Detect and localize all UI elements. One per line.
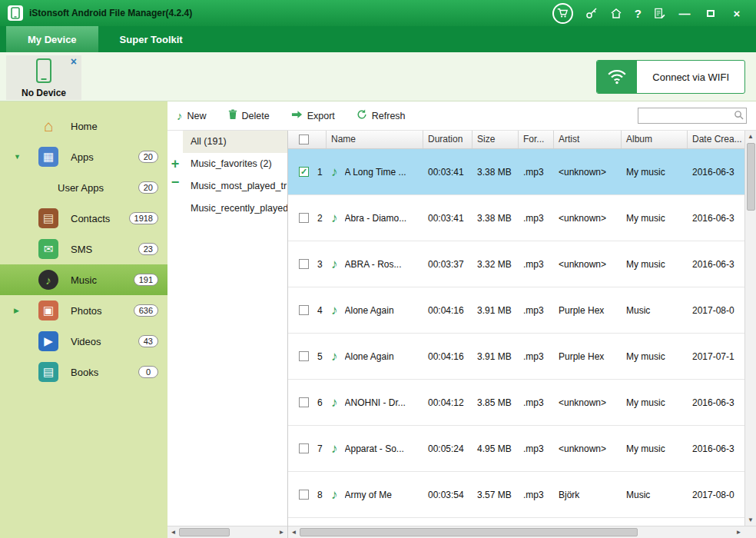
table-row[interactable]: 3 ♪ ABRA - Ros... 00:03:37 3.32 MB .mp3 … (288, 241, 744, 287)
export-button[interactable]: Export (291, 110, 335, 121)
table-row[interactable]: 7 ♪ Apparat - So... 00:05:24 4.95 MB .mp… (288, 426, 744, 472)
table-row[interactable]: 8 ♪ Army of Me 00:03:54 3.57 MB .mp3 Bjö… (288, 472, 744, 518)
sidebar-item[interactable]: ✉ SMS 23 (0, 234, 167, 264)
song-name: ANOHNI - Dr... (345, 397, 406, 408)
sidebar-item[interactable]: User Apps 20 (0, 172, 167, 203)
category-item[interactable]: Music_favorites (2) (183, 153, 287, 175)
tab[interactable]: Super Toolkit (98, 26, 204, 52)
refresh-button[interactable]: Refresh (356, 109, 406, 122)
sidebar-item[interactable]: ▶ ▣ Photos 636 (0, 295, 167, 326)
key-icon[interactable] (585, 7, 598, 19)
category-item[interactable]: Music_most_played_tr (183, 175, 287, 198)
close-button[interactable]: × (730, 7, 744, 20)
expand-arrow-icon[interactable]: ▶ (0, 307, 38, 314)
row-checkbox[interactable]: ✓ (299, 167, 309, 177)
row-checkbox[interactable] (299, 259, 309, 269)
help-icon[interactable]: ? (635, 7, 642, 20)
sidebar-item[interactable]: ▼ ▦ Apps 20 (0, 141, 167, 172)
category-horizontal-scrollbar[interactable]: ◄ ► (167, 526, 287, 538)
add-category-button[interactable]: + (171, 158, 180, 169)
sidebar-item-label: Photos (71, 305, 134, 317)
horizontal-scroll-thumb[interactable] (300, 528, 638, 536)
scroll-left-icon[interactable]: ◄ (167, 526, 179, 538)
row-checkbox[interactable] (299, 397, 309, 407)
horizontal-scroll-thumb[interactable] (179, 528, 230, 536)
connect-wifi-button[interactable]: Connect via WIFI (596, 60, 745, 94)
device-label: No Device (6, 88, 81, 98)
header-artist[interactable]: Artist (554, 131, 622, 148)
header-size[interactable]: Size (472, 131, 519, 148)
maximize-button[interactable] (704, 10, 718, 17)
scroll-left-icon[interactable]: ◄ (288, 526, 300, 538)
table-row[interactable]: 4 ♪ Alone Again 00:04:16 3.91 MB .mp3 Pu… (288, 287, 744, 334)
row-check-cell: 8 (288, 472, 327, 517)
row-number: 2 (317, 213, 323, 224)
category-item[interactable]: All (191) (183, 131, 287, 153)
header-date-created[interactable]: Date Crea... (688, 131, 744, 148)
song-name: Apparat - So... (345, 443, 404, 454)
sidebar-item[interactable]: ▤ Books 0 (0, 357, 167, 387)
device-close-icon[interactable]: × (71, 55, 77, 68)
header-album[interactable]: Album (622, 131, 688, 148)
sidebar-item[interactable]: ▶ Videos 43 (0, 326, 167, 357)
artist-cell: <unknown> (554, 195, 622, 241)
row-checkbox[interactable] (299, 490, 309, 500)
row-checkbox[interactable] (299, 443, 309, 453)
scroll-right-icon[interactable]: ► (733, 526, 744, 538)
header-checkbox-cell (288, 131, 327, 148)
vertical-scrollbar[interactable]: ▲ ▼ (744, 131, 756, 526)
search-icon[interactable] (734, 110, 744, 122)
row-name-cell: ♪ A Long Time ... (327, 149, 423, 194)
register-icon[interactable] (654, 8, 665, 19)
duration-cell: 00:03:41 (423, 195, 472, 241)
artist-cell: <unknown> (554, 426, 622, 471)
size-cell: 3.32 MB (472, 241, 519, 287)
header-duration[interactable]: Duration (423, 131, 472, 148)
header-format[interactable]: For... (519, 131, 554, 148)
vertical-scroll-thumb[interactable] (747, 143, 755, 211)
music-note-icon: ♪ (331, 303, 338, 318)
album-cell: My music (622, 426, 688, 471)
table-row[interactable]: 5 ♪ Alone Again 00:04:16 3.91 MB .mp3 Pu… (288, 334, 744, 380)
sidebar-item-label: Books (71, 367, 138, 378)
row-checkbox[interactable] (299, 351, 309, 361)
category-item[interactable]: Music_recently_played (183, 198, 287, 220)
table-horizontal-scrollbar[interactable]: ◄ ► (288, 526, 756, 538)
sidebar-item[interactable]: ▤ Contacts 1918 (0, 203, 167, 234)
device-card[interactable]: × No Device (6, 55, 81, 100)
export-button-label: Export (307, 111, 335, 121)
date-created-cell: 2016-06-3 (688, 149, 744, 194)
search-box[interactable] (638, 108, 747, 124)
tab[interactable]: My Device (6, 26, 98, 52)
search-input[interactable] (641, 111, 734, 121)
size-cell: 3.38 MB (472, 195, 519, 241)
cart-icon[interactable] (552, 3, 573, 24)
row-name-cell: ♪ Abra - Diamo... (327, 195, 423, 241)
row-checkbox[interactable] (299, 213, 309, 223)
delete-button[interactable]: Delete (228, 109, 270, 122)
sidebar-item[interactable]: ♪ Music 191 (0, 264, 167, 295)
scroll-down-icon[interactable]: ▼ (745, 514, 756, 526)
remove-category-button[interactable]: − (171, 177, 180, 188)
row-checkbox[interactable] (299, 305, 309, 315)
count-badge: 23 (138, 243, 158, 255)
duration-cell: 00:04:12 (423, 380, 472, 425)
table-row[interactable]: 6 ♪ ANOHNI - Dr... 00:04:12 3.85 MB .mp3… (288, 380, 744, 426)
sidebar-item[interactable]: ⌂ Home (0, 111, 167, 141)
connect-wifi-label: Connect via WIFI (637, 61, 744, 93)
scroll-up-icon[interactable]: ▲ (745, 131, 756, 142)
new-button-label: New (187, 111, 207, 121)
select-all-checkbox[interactable] (299, 134, 309, 144)
song-name: Abra - Diamo... (345, 213, 407, 224)
category-label: Music_most_played_tr (191, 181, 287, 191)
table-row[interactable]: 2 ♪ Abra - Diamo... 00:03:41 3.38 MB .mp… (288, 195, 744, 241)
new-button[interactable]: ♪ New (177, 109, 207, 122)
date-created-cell: 2017-08-0 (688, 287, 744, 333)
header-name[interactable]: Name (327, 131, 423, 148)
minimize-button[interactable]: — (678, 7, 691, 20)
home-icon[interactable] (610, 7, 622, 19)
scroll-right-icon[interactable]: ► (276, 526, 287, 538)
expand-arrow-icon[interactable]: ▼ (0, 153, 38, 161)
table-row[interactable]: ✓ 1 ♪ A Long Time ... 00:03:41 3.38 MB .… (288, 149, 744, 195)
phone-icon (36, 58, 51, 83)
